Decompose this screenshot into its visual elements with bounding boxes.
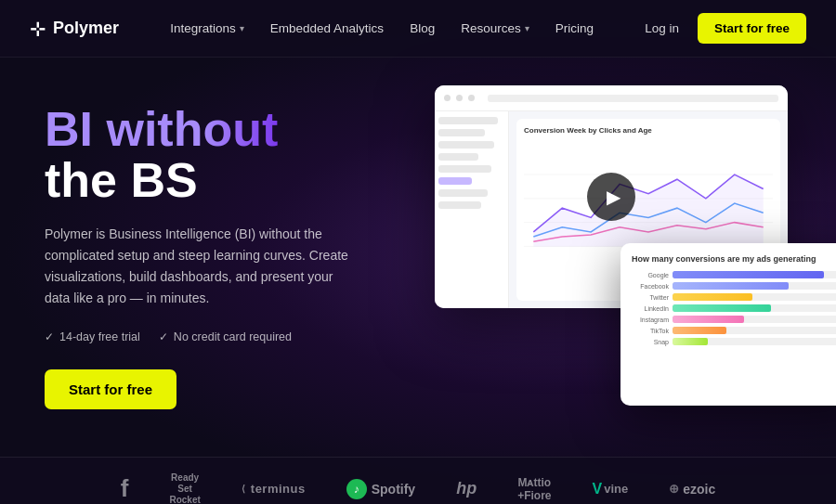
bar-row: Snap bbox=[632, 338, 836, 345]
chevron-down-icon: ▾ bbox=[240, 23, 244, 33]
nav-pricing[interactable]: Pricing bbox=[555, 21, 594, 35]
logo-ezoic: ⊕ ezoic bbox=[669, 482, 715, 497]
logos-strip: f ReadySetRocket ⟨ terminus ♪ Spotify hp… bbox=[0, 457, 836, 504]
headline-the: the BS bbox=[45, 153, 198, 207]
hero-description: Polymer is Business Intelligence (BI) wi… bbox=[45, 224, 360, 309]
logo-hp: hp bbox=[456, 479, 477, 498]
logo-vine: V vine bbox=[593, 481, 629, 498]
check-icon: ✓ bbox=[45, 330, 54, 343]
spotify-icon: ♪ bbox=[346, 479, 367, 499]
bar-fill bbox=[673, 304, 771, 312]
ezoic-at-icon: ⊕ bbox=[669, 482, 679, 496]
trial-text: 14-day free trial bbox=[59, 330, 140, 343]
play-icon: ▶ bbox=[607, 186, 620, 208]
bar-label: Twitter bbox=[632, 294, 669, 301]
topbar-bar bbox=[488, 95, 778, 102]
trial-badge: ✓ 14-day free trial bbox=[45, 330, 140, 343]
nav-integrations[interactable]: Integrations ▾ bbox=[170, 21, 244, 35]
bar-track bbox=[673, 316, 836, 323]
bar-label: LinkedIn bbox=[632, 305, 669, 312]
no-card-badge: ✓ No credit card required bbox=[159, 330, 292, 343]
start-for-free-nav-button[interactable]: Start for free bbox=[698, 13, 806, 44]
trust-badges: ✓ 14-day free trial ✓ No credit card req… bbox=[45, 330, 398, 343]
bar-fill bbox=[673, 316, 744, 323]
terminus-icon: ⟨ bbox=[242, 484, 246, 494]
nav-links: Integrations ▾ Embedded Analytics Blog R… bbox=[170, 21, 594, 35]
dashboard-topbar bbox=[435, 85, 788, 111]
nav-actions: Log in Start for free bbox=[645, 13, 806, 44]
navbar: ⊹ Polymer Integrations ▾ Embedded Analyt… bbox=[0, 0, 836, 58]
bar-fill bbox=[673, 327, 726, 334]
logo-ready-rocket: ReadySetRocket bbox=[169, 472, 200, 505]
bar-label: Google bbox=[632, 272, 669, 278]
bar-track bbox=[673, 282, 836, 290]
nav-blog[interactable]: Blog bbox=[410, 21, 435, 35]
hero-section: BI without the BS Polymer is Business In… bbox=[0, 58, 836, 457]
headline-bi: BI with bbox=[45, 102, 202, 156]
login-button[interactable]: Log in bbox=[645, 21, 679, 35]
facebook-icon: f bbox=[121, 474, 129, 503]
headline: BI without the BS bbox=[45, 104, 398, 205]
bar-track bbox=[673, 293, 836, 301]
terminus-text: terminus bbox=[251, 482, 306, 496]
ezoic-text: ezoic bbox=[683, 482, 715, 497]
hp-text: hp bbox=[456, 479, 477, 498]
chart-title: Conversion Week by Clicks and Age bbox=[524, 126, 773, 135]
logo-text: Polymer bbox=[53, 19, 119, 38]
bar-label: TikTok bbox=[632, 328, 669, 334]
bar-fill bbox=[673, 293, 752, 301]
bar-track bbox=[673, 338, 836, 345]
bar-track bbox=[673, 271, 836, 278]
nav-embedded-analytics[interactable]: Embedded Analytics bbox=[270, 21, 384, 35]
play-button[interactable]: ▶ bbox=[587, 173, 635, 221]
bar-row: LinkedIn bbox=[632, 304, 836, 312]
logo-terminus: ⟨ terminus bbox=[242, 482, 306, 496]
bar-row: Instagram bbox=[632, 316, 836, 323]
logo[interactable]: ⊹ Polymer bbox=[30, 18, 119, 40]
bar-fill bbox=[673, 338, 708, 345]
bar-track bbox=[673, 304, 836, 312]
bar-fill bbox=[673, 271, 824, 278]
bar-row: TikTok bbox=[632, 327, 836, 334]
nav-resources[interactable]: Resources ▾ bbox=[461, 21, 529, 35]
chevron-down-icon: ▾ bbox=[525, 23, 529, 33]
hero-left: BI without the BS Polymer is Business In… bbox=[45, 95, 398, 457]
ready-rocket-text: ReadySetRocket bbox=[169, 472, 200, 505]
topbar-dot bbox=[468, 95, 475, 101]
topbar-dot bbox=[444, 95, 451, 101]
secondary-chart-title: How many conversions are my ads generati… bbox=[632, 254, 836, 264]
logo-mattic-fiore: Mᴀttio+Fiore bbox=[517, 476, 551, 502]
bar-row: Facebook bbox=[632, 282, 836, 290]
mattic-fiore-text: Mᴀttio+Fiore bbox=[517, 476, 551, 502]
vine-text: vine bbox=[604, 482, 628, 496]
bar-label: Facebook bbox=[632, 283, 669, 290]
check-icon: ✓ bbox=[159, 330, 168, 343]
bar-label: Instagram bbox=[632, 317, 669, 323]
logo-spotify: ♪ Spotify bbox=[346, 479, 415, 499]
no-card-text: No credit card required bbox=[174, 330, 292, 343]
hero-dashboard-preview: Conversion Week by Clicks and Age bbox=[416, 95, 799, 457]
bar-row: Google bbox=[632, 271, 836, 278]
bar-track bbox=[673, 327, 836, 334]
bar-label: Snap bbox=[632, 339, 669, 345]
logo-facebook: f bbox=[121, 474, 129, 503]
logo-icon: ⊹ bbox=[30, 18, 46, 40]
vine-icon: V bbox=[593, 481, 603, 498]
bar-fill bbox=[673, 282, 789, 290]
bar-row: Twitter bbox=[632, 293, 836, 301]
spotify-text: Spotify bbox=[372, 482, 415, 497]
dashboard-sidebar bbox=[435, 111, 509, 308]
dashboard-screenshot-secondary: How many conversions are my ads generati… bbox=[620, 243, 836, 406]
topbar-dot bbox=[456, 95, 463, 101]
start-for-free-hero-button[interactable]: Start for free bbox=[45, 369, 176, 409]
headline-without: out bbox=[202, 102, 278, 156]
